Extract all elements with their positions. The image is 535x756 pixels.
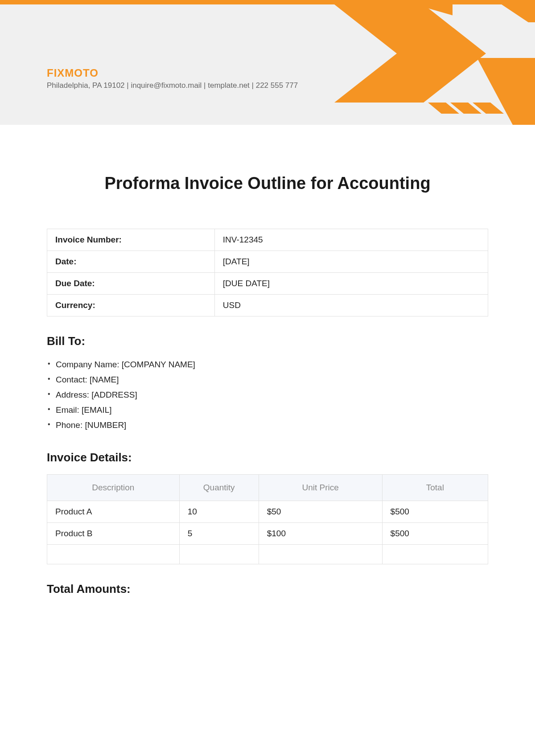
info-value: INV-12345 <box>214 229 488 251</box>
total-amounts-heading: Total Amounts: <box>47 582 488 596</box>
table-row: Due Date: [DUE DATE] <box>47 273 488 295</box>
list-item: Phone: [NUMBER] <box>47 418 488 433</box>
cell-total: $500 <box>382 523 488 545</box>
col-total: Total <box>382 475 488 501</box>
info-label: Due Date: <box>47 273 215 295</box>
table-row: Product B 5 $100 $500 <box>47 523 488 545</box>
list-item: Contact: [NAME] <box>47 372 488 387</box>
cell-empty <box>259 545 382 564</box>
info-value: USD <box>214 295 488 316</box>
content-area: Proforma Invoice Outline for Accounting … <box>47 152 488 605</box>
invoice-details-heading: Invoice Details: <box>47 451 488 464</box>
col-quantity: Quantity <box>179 475 259 501</box>
info-label: Currency: <box>47 295 215 316</box>
svg-marker-2 <box>477 58 535 125</box>
info-value: [DATE] <box>214 251 488 273</box>
cell-unit-price: $50 <box>259 501 382 523</box>
table-row: Date: [DATE] <box>47 251 488 273</box>
company-info: FIXMOTO Philadelphia, PA 19102 | inquire… <box>47 67 298 90</box>
table-header-row: Description Quantity Unit Price Total <box>47 475 488 501</box>
bill-to-heading: Bill To: <box>47 334 488 348</box>
list-item: Company Name: [COMPANY NAME] <box>47 357 488 372</box>
cell-empty <box>179 545 259 564</box>
cell-empty <box>382 545 488 564</box>
cell-unit-price: $100 <box>259 523 382 545</box>
cell-quantity: 5 <box>179 523 259 545</box>
table-row-empty <box>47 545 488 564</box>
list-item: Address: [ADDRESS] <box>47 387 488 403</box>
info-value: [DUE DATE] <box>214 273 488 295</box>
cell-quantity: 10 <box>179 501 259 523</box>
header-graphic <box>290 0 535 125</box>
cell-empty <box>47 545 180 564</box>
col-description: Description <box>47 475 180 501</box>
company-name: FIXMOTO <box>47 67 298 79</box>
page-title: Proforma Invoice Outline for Accounting <box>47 174 488 193</box>
info-label: Invoice Number: <box>47 229 215 251</box>
table-row: Product A 10 $50 $500 <box>47 501 488 523</box>
info-label: Date: <box>47 251 215 273</box>
arrow-graphic-icon <box>290 0 535 125</box>
list-item: Email: [EMAIL] <box>47 403 488 418</box>
invoice-details-table: Description Quantity Unit Price Total Pr… <box>47 474 488 564</box>
invoice-info-table: Invoice Number: INV-12345 Date: [DATE] D… <box>47 229 488 316</box>
company-contact: Philadelphia, PA 19102 | inquire@fixmoto… <box>47 81 298 90</box>
col-unit-price: Unit Price <box>259 475 382 501</box>
bill-to-list: Company Name: [COMPANY NAME] Contact: [N… <box>47 357 488 433</box>
cell-total: $500 <box>382 501 488 523</box>
table-row: Invoice Number: INV-12345 <box>47 229 488 251</box>
cell-description: Product A <box>47 501 180 523</box>
cell-description: Product B <box>47 523 180 545</box>
table-row: Currency: USD <box>47 295 488 316</box>
